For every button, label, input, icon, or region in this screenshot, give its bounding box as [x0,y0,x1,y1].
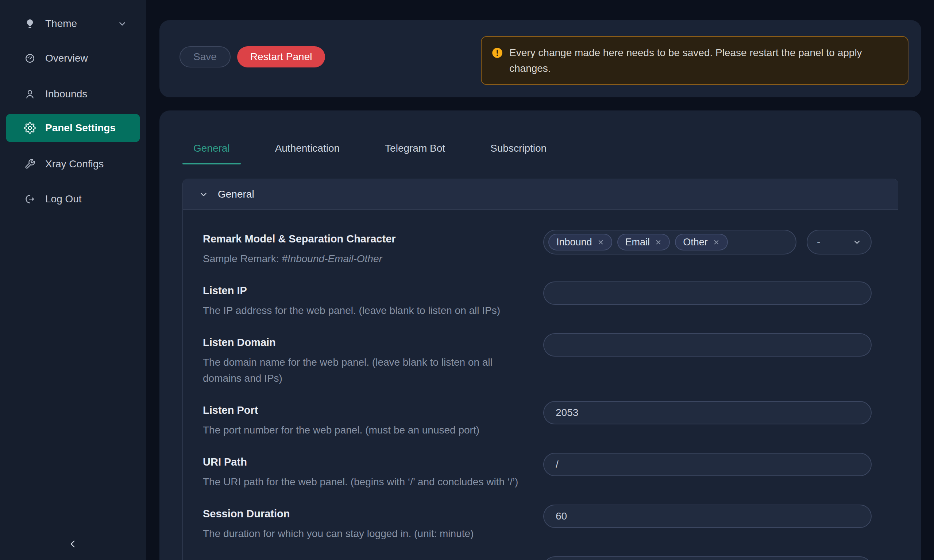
sidebar: Theme Overview Inbounds Panel Settings [0,0,146,560]
remark-tag: Email [617,234,670,251]
field-description: The URI path for the web panel. (begins … [203,474,524,490]
field-label: Remark Model & Separation Character [203,232,529,245]
chevron-down-icon [199,189,208,199]
logout-icon [24,193,36,205]
sidebar-item-panel-settings[interactable]: Panel Settings [6,114,140,142]
sidebar-item-label: Log Out [45,193,82,205]
close-icon[interactable] [713,239,720,246]
sidebar-item-label: Overview [45,52,88,64]
remark-tag: Other [675,234,728,251]
user-icon [24,88,36,100]
close-icon[interactable] [597,239,604,246]
sidebar-item-label: Inbounds [45,88,87,100]
sidebar-item-label: Xray Configs [45,158,103,170]
save-button[interactable]: Save [179,46,231,68]
tab-authentication[interactable]: Authentication [264,136,351,164]
theme-label: Theme [45,18,77,29]
field-description: The domain name for the web panel. (leav… [203,354,524,386]
chevron-down-icon [852,238,862,246]
settings-card: General Authentication Telegram Bot Subs… [159,111,921,560]
field-description: The IP address for the web panel. (leave… [203,303,524,318]
main-content: Save Restart Panel Every change made her… [146,0,934,560]
pagination-size-input[interactable] [543,556,872,560]
form-row-pagination-size: Pagination Size [203,556,872,560]
form-row-listen-port: Listen Port The port number for the web … [203,401,872,438]
toolbar-card: Save Restart Panel Every change made her… [159,20,921,97]
close-icon[interactable] [655,239,662,246]
restart-panel-button[interactable]: Restart Panel [237,46,325,68]
warning-alert: Every change made here needs to be saved… [481,36,908,85]
settings-tabs: General Authentication Telegram Bot Subs… [182,136,898,164]
form-row-listen-ip: Listen IP The IP address for the web pan… [203,282,872,318]
general-collapse-header[interactable]: General [183,179,898,210]
lightbulb-icon [24,18,36,29]
form-row-remark-model: Remark Model & Separation Character Samp… [203,230,872,267]
general-collapse-panel: General Remark Model & Separation Charac… [182,178,898,560]
exclamation-circle-icon [492,48,503,58]
field-label: Session Duration [203,508,529,520]
tab-general[interactable]: General [182,136,241,164]
field-description: The duration for which you can stay logg… [203,526,524,542]
uri-path-input[interactable] [543,453,872,476]
dashboard-icon [24,52,36,64]
listen-domain-input[interactable] [543,333,872,357]
sidebar-item-label: Panel Settings [45,122,116,134]
field-label: Listen Domain [203,336,529,349]
field-label: URI Path [203,456,529,468]
chevron-down-icon [117,19,127,28]
sidebar-item-overview[interactable]: Overview [0,48,146,69]
listen-ip-input[interactable] [543,282,872,305]
field-description: Sample Remark: #Inbound-Email-Other [203,251,524,267]
gear-icon [24,122,36,134]
separator-select[interactable]: - [807,230,872,254]
wrench-icon [24,158,36,170]
sidebar-collapse-button[interactable] [62,533,84,555]
remark-tag: Inbound [549,234,612,251]
session-duration-input[interactable] [543,505,872,528]
chevron-left-icon [68,538,79,549]
form-row-session-duration: Session Duration The duration for which … [203,505,872,542]
remark-model-multiselect[interactable]: Inbound Email [543,230,797,254]
sidebar-item-log-out[interactable]: Log Out [0,188,146,210]
field-label: Listen IP [203,285,529,297]
section-title: General [218,188,254,200]
form-row-listen-domain: Listen Domain The domain name for the we… [203,333,872,386]
theme-selector[interactable]: Theme [0,13,127,34]
general-form: Remark Model & Separation Character Samp… [183,210,898,560]
tab-subscription[interactable]: Subscription [479,136,558,164]
listen-port-input[interactable] [543,401,872,425]
tab-telegram-bot[interactable]: Telegram Bot [374,136,456,164]
field-description: The port number for the web panel. (must… [203,422,524,438]
form-row-uri-path: URI Path The URI path for the web panel.… [203,453,872,490]
toolbar-buttons: Save Restart Panel [179,46,325,68]
sidebar-item-inbounds[interactable]: Inbounds [0,83,146,105]
warning-alert-text: Every change made here needs to be saved… [509,45,897,76]
separator-select-value: - [817,236,820,248]
field-label: Listen Port [203,404,529,416]
sidebar-item-xray-configs[interactable]: Xray Configs [0,153,146,175]
